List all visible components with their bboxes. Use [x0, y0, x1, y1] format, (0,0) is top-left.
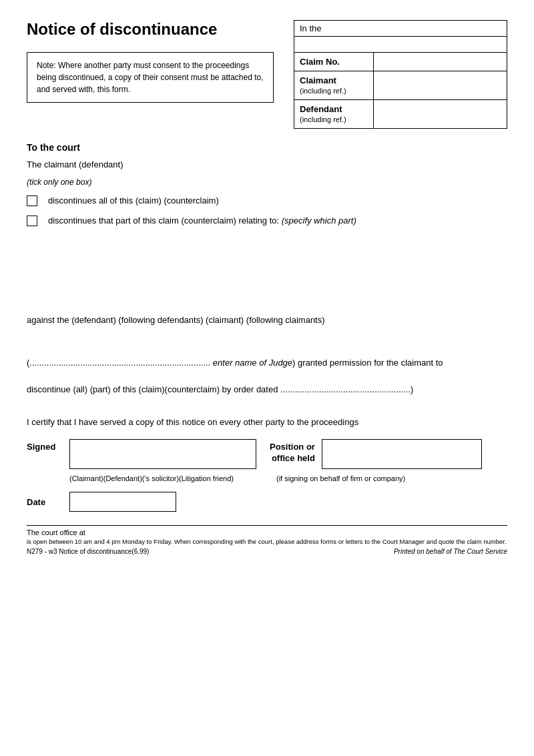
checkbox-2-label: discontinues that part of this claim (co… [48, 215, 356, 227]
body-content: To the court The claimant (defendant) (t… [27, 142, 507, 512]
claim-no-label: Claim No. [294, 53, 374, 71]
footer-court-office: The court office at [27, 528, 507, 536]
defendant-row: Defendant (including ref.) [294, 100, 507, 129]
claimant-sub-label: (including ref.) [300, 87, 346, 95]
footer-printed: Printed on behalf of The Court Service [394, 548, 507, 555]
date-input-box[interactable] [69, 492, 176, 512]
certify-text: I certify that I have served a copy of t… [27, 417, 507, 427]
defendant-label: Defendant (including ref.) [294, 100, 374, 129]
claimant-value [374, 71, 507, 100]
tick-instruction: (tick only one box) [27, 177, 507, 187]
in-the-row: In the [294, 21, 507, 37]
checkbox-1[interactable] [27, 196, 37, 206]
footer-form-ref: N279 - w3 Notice of discontinuance(6.99) [27, 548, 149, 555]
permission-before: (.......................................… [27, 358, 210, 368]
date-area: Date [27, 492, 507, 512]
position-area: Position oroffice held [270, 439, 482, 469]
signed-sub-labels: (Claimant)(Defendant)('s solicitor)(Liti… [27, 474, 507, 482]
spacer [27, 235, 507, 315]
permission-para-1: (.......................................… [27, 355, 507, 370]
permission-after: ) granted permission for the claimant to [292, 358, 443, 368]
signed-input-box[interactable] [69, 439, 256, 469]
checkbox-row-1: discontinues all of this (claim) (counte… [27, 195, 507, 207]
position-sub-right: (if signing on behalf of firm or company… [276, 474, 405, 482]
footer-bottom: N279 - w3 Notice of discontinuance(6.99)… [27, 548, 507, 555]
footer-divider [27, 525, 507, 526]
footer-open-hours: is open between 10 am and 4 pm Monday to… [27, 538, 507, 545]
checkbox-row-2: discontinues that part of this claim (co… [27, 215, 507, 227]
claimant-row: Claimant (including ref.) [294, 71, 507, 100]
in-the-value-cell [294, 37, 507, 53]
claim-no-row: Claim No. [294, 53, 507, 71]
claimant-line: The claimant (defendant) [27, 159, 507, 169]
signed-sub-left: (Claimant)(Defendant)('s solicitor)(Liti… [69, 474, 256, 482]
checkbox-1-label: discontinues all of this (claim) (counte… [48, 195, 219, 207]
against-line: against the (defendant) (following defen… [27, 315, 507, 325]
permission-italic: enter name of Judge [210, 358, 292, 368]
checkbox-2-italic: (specify which part) [282, 216, 356, 226]
checkbox-2[interactable] [27, 216, 37, 226]
claimant-label: Claimant (including ref.) [294, 71, 374, 100]
defendant-sub-label: (including ref.) [300, 115, 346, 123]
date-label: Date [27, 497, 60, 507]
in-the-label: In the [294, 21, 507, 37]
top-right-table: In the Claim No. Claimant (including ref… [294, 20, 507, 129]
note-box: Note: Where another party must consent t… [27, 52, 274, 103]
page-container: Notice of discontinuance Note: Where ano… [27, 20, 507, 555]
position-label: Position oroffice held [270, 439, 315, 464]
small-spacer [27, 342, 507, 355]
title-area: Notice of discontinuance Note: Where ano… [27, 20, 294, 103]
signed-label: Signed [27, 439, 60, 452]
claim-no-value [374, 53, 507, 71]
signed-area: Signed Position oroffice held [27, 439, 507, 469]
note-text: Note: Where another party must consent t… [37, 61, 264, 94]
to-court-heading: To the court [27, 142, 507, 153]
position-input-box[interactable] [322, 439, 482, 469]
defendant-value [374, 100, 507, 129]
permission-para-2: discontinue (all) (part) of this (claim)… [27, 382, 507, 397]
certify-section: I certify that I have served a copy of t… [27, 417, 507, 512]
header-section: Notice of discontinuance Note: Where ano… [27, 20, 507, 129]
page-title: Notice of discontinuance [27, 20, 280, 39]
in-the-value-row [294, 37, 507, 53]
